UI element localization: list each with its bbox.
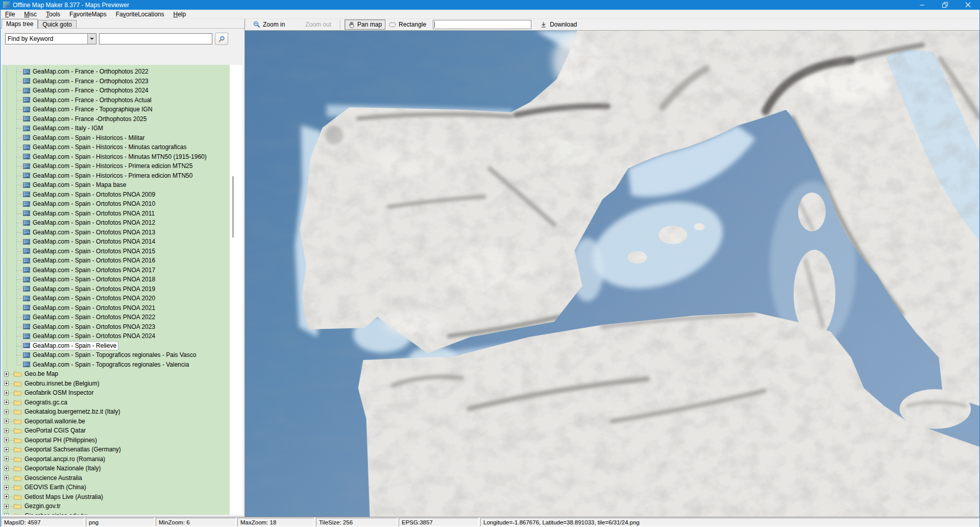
menu-item[interactable]: Tools xyxy=(41,10,65,18)
tree-map-item[interactable]: GeaMap.com - Spain - Ortofotos PNOA 2011 xyxy=(2,209,230,219)
search-mode-combo[interactable]: Find by Keyword xyxy=(5,33,96,44)
tree-scrollbar-track[interactable] xyxy=(230,65,242,515)
tree-folder-item[interactable]: Geokatalog.buergernetz.bz.it (Italy) xyxy=(2,407,230,417)
map-layer-icon xyxy=(23,116,30,122)
menu-item[interactable]: FavoriteMaps xyxy=(65,10,111,18)
tab-maps-tree[interactable]: Maps tree xyxy=(2,19,38,29)
tree-map-item[interactable]: GeaMap.com - Spain - Topograficos region… xyxy=(2,360,230,370)
tree-map-item[interactable]: GeaMap.com - Spain - Mapa base xyxy=(2,180,230,190)
tree-map-item[interactable]: GeaMap.com - Spain - Topograficos region… xyxy=(2,350,230,360)
expand-plus-icon[interactable] xyxy=(4,419,9,423)
download-button[interactable]: Download xyxy=(536,19,580,30)
search-input[interactable] xyxy=(99,33,212,44)
expand-plus-icon[interactable] xyxy=(4,504,9,509)
tree-map-item[interactable]: GeaMap.com - Spain - Ortofotos PNOA 2009 xyxy=(2,190,230,200)
tree-item-label: GeaMap.com - Italy - IGM xyxy=(33,125,103,132)
tree-folder-item[interactable]: Geobru.irisnet.be (Belgium) xyxy=(2,379,230,389)
tree-item-label: GeaMap.com - Spain - Ortofotos PNOA 2024 xyxy=(33,332,155,340)
tree-map-item[interactable]: GeaMap.com - Spain - Ortofotos PNOA 2023 xyxy=(2,322,230,332)
tree-map-item[interactable]: GeaMap.com - Spain - Historicos - Minuta… xyxy=(2,152,230,162)
folder-icon xyxy=(14,465,21,471)
tree-map-item[interactable]: GeaMap.com - Spain - Historicos - Primer… xyxy=(2,161,230,171)
expand-plus-icon[interactable] xyxy=(4,485,9,490)
tree-map-item[interactable]: GeaMap.com - Spain - Ortofotos PNOA 2020 xyxy=(2,294,230,303)
restore-button[interactable] xyxy=(934,0,957,10)
tree-folder-item[interactable]: GeoPortal CGIS Qatar xyxy=(2,426,230,436)
tree-folder-item[interactable]: Gezgin.gov.tr xyxy=(2,501,230,511)
tree-map-item[interactable]: GeaMap.com - Italy - IGM xyxy=(2,124,230,133)
expand-plus-icon[interactable] xyxy=(4,372,9,376)
tree-map-item[interactable]: GeaMap.com - Spain - Historicos - Minuta… xyxy=(2,142,230,152)
tree-connector xyxy=(16,176,22,176)
expand-plus-icon[interactable] xyxy=(4,457,9,461)
combo-dropdown-button[interactable] xyxy=(87,34,96,44)
expand-plus-icon[interactable] xyxy=(4,513,9,515)
tree-map-item[interactable]: GeaMap.com - Spain - Ortofotos PNOA 2022 xyxy=(2,313,230,322)
menu-item[interactable]: File xyxy=(1,10,19,18)
map-viewport[interactable] xyxy=(245,31,979,517)
toolbar-text-input[interactable] xyxy=(433,20,531,29)
tree-item-label: GeaMap.com - Spain - Historicos - Minuta… xyxy=(33,153,207,160)
tree-connector xyxy=(16,251,22,252)
tree-folder-item[interactable]: Geofabrik OSM Inspector xyxy=(2,388,230,398)
tree-map-item[interactable]: GeaMap.com - Spain - Ortofotos PNOA 2014 xyxy=(2,237,230,247)
menu-item[interactable]: FavoriteLocations xyxy=(111,10,169,18)
tree-item-label: GeaMap.com - Spain - Historicos - Primer… xyxy=(33,162,192,170)
tree-folder-item[interactable]: GEOVIS Earth (China) xyxy=(2,483,230,492)
tree-map-item[interactable]: GeaMap.com - France - Topographique IGN xyxy=(2,105,230,114)
panel-tabs: Maps tree Quick goto xyxy=(1,19,244,29)
tree-folder-item[interactable]: Geoportal PH (Philippines) xyxy=(2,436,230,445)
tree-folder-item[interactable]: Getlost Maps Live (Australia) xyxy=(2,492,230,502)
rectangle-button[interactable]: Rectangle xyxy=(385,19,430,30)
expand-plus-icon[interactable] xyxy=(4,391,9,395)
tree-map-item[interactable]: GeaMap.com - Spain - Ortofotos PNOA 2024 xyxy=(2,331,230,341)
tree-map-item[interactable]: GeaMap.com - France - Orthophotos 2022 xyxy=(2,67,230,77)
tree-map-item[interactable]: GeaMap.com - Spain - Ortofotos PNOA 2013 xyxy=(2,228,230,237)
tree-folder-item[interactable]: Geoportail.wallonie.be xyxy=(2,417,230,426)
menu-item[interactable]: Help xyxy=(169,10,191,18)
tree-map-item[interactable]: GeaMap.com - Spain - Ortofotos PNOA 2018 xyxy=(2,275,230,284)
tree-map-item[interactable]: GeaMap.com - Spain - Ortofotos PNOA 2010 xyxy=(2,199,230,209)
expand-plus-icon[interactable] xyxy=(4,428,9,433)
tree-folder-item[interactable]: Geoportal.ancpi.ro (Romania) xyxy=(2,454,230,464)
menu-item[interactable]: Misc xyxy=(19,10,41,18)
folder-icon xyxy=(14,503,21,509)
expand-plus-icon[interactable] xyxy=(4,410,9,414)
expand-plus-icon[interactable] xyxy=(4,447,9,452)
tree-folder-item[interactable]: Geoportale Nazionale (Italy) xyxy=(2,464,230,473)
tree-map-item[interactable]: GeaMap.com - Spain - Historicos - Milita… xyxy=(2,133,230,143)
tree-map-item[interactable]: GeaMap.com - France - Orthophotos 2023 xyxy=(2,77,230,86)
tree-folder-item[interactable]: Gis.rchss.sinica.edu.tw xyxy=(2,511,230,515)
expand-plus-icon[interactable] xyxy=(4,381,9,386)
expand-plus-icon[interactable] xyxy=(4,400,9,404)
pan-map-button[interactable]: Pan map xyxy=(345,19,385,30)
tree-map-item[interactable]: GeaMap.com - Spain - Ortofotos PNOA 2012 xyxy=(2,218,230,228)
tree-map-item[interactable]: GeaMap.com - Spain - Ortofotos PNOA 2019 xyxy=(2,284,230,294)
tree-map-item[interactable]: GeaMap.com - Spain - Ortofotos PNOA 2017 xyxy=(2,266,230,275)
minimize-button[interactable] xyxy=(911,0,934,10)
tree-folder-item[interactable]: Geoscience Australia xyxy=(2,473,230,483)
tree-map-item[interactable]: GeaMap.com - France - Orthophotos Actual xyxy=(2,95,230,105)
expand-plus-icon[interactable] xyxy=(4,438,9,442)
expand-plus-icon[interactable] xyxy=(4,466,9,471)
map-layer-icon xyxy=(23,201,30,207)
tree-scrollbar-thumb[interactable] xyxy=(232,176,234,237)
search-button[interactable] xyxy=(215,33,228,45)
tree-map-item[interactable]: GeaMap.com - France -Orthophotos 2025 xyxy=(2,114,230,124)
tree-folder-item[interactable]: Geogratis.gc.ca xyxy=(2,398,230,408)
menubar: File Misc Tools FavoriteMaps FavoriteLoc… xyxy=(1,10,979,19)
expand-plus-icon[interactable] xyxy=(4,494,9,499)
tab-quick-goto[interactable]: Quick goto xyxy=(38,20,76,28)
tree-map-item[interactable]: GeaMap.com - Spain - Ortofotos PNOA 2016 xyxy=(2,256,230,266)
zoom-in-button[interactable]: Zoom in xyxy=(250,19,288,30)
map-canvas[interactable] xyxy=(245,31,979,517)
tree-folder-item[interactable]: Geoportal Sachsenatlas (Germany) xyxy=(2,445,230,454)
tree-map-item[interactable]: GeaMap.com - Spain - Relieve xyxy=(2,341,230,351)
tree-map-item[interactable]: GeaMap.com - Spain - Ortofotos PNOA 2015 xyxy=(2,247,230,256)
expand-plus-icon[interactable] xyxy=(4,475,9,480)
tree-map-item[interactable]: GeaMap.com - Spain - Historicos - Primer… xyxy=(2,171,230,181)
close-button[interactable] xyxy=(957,0,979,10)
tree-map-item[interactable]: GeaMap.com - Spain - Ortofotos PNOA 2021 xyxy=(2,303,230,313)
tree-folder-item[interactable]: Geo.be Map xyxy=(2,369,230,379)
tree-map-item[interactable]: GeaMap.com - France - Orthophotos 2024 xyxy=(2,86,230,95)
